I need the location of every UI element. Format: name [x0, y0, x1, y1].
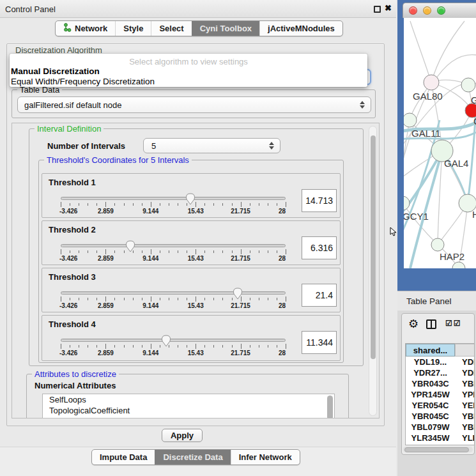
tick-mark — [142, 203, 142, 206]
column-header-n[interactable]: n — [455, 344, 475, 357]
tab-jactivemnodules[interactable]: jActiveMNodules — [259, 21, 342, 36]
network-node-gal80[interactable] — [424, 75, 439, 90]
zoom-traffic-light[interactable] — [437, 6, 445, 15]
attribute-item-selfloops[interactable]: SelfLoops — [43, 394, 334, 405]
column-header-shared[interactable]: shared... — [406, 344, 455, 357]
table-row[interactable]: YDL19...YDL1 — [406, 357, 474, 367]
slider-tick-labels: -3.4262.8599.14415.4321.71528 — [61, 302, 286, 310]
tick-mark — [160, 203, 160, 206]
content-vertical-scrollbar[interactable] — [369, 126, 377, 416]
tick-mark — [222, 298, 223, 300]
tick-mark — [79, 345, 79, 348]
tick-mark — [286, 249, 286, 254]
tick-mark — [250, 203, 250, 206]
tick-mark — [142, 345, 142, 348]
content-scrollbar-thumb[interactable] — [371, 135, 376, 359]
tick-mark — [286, 202, 286, 207]
tick-mark — [204, 345, 205, 348]
table-row[interactable]: YLR345WYLR3 — [406, 433, 474, 443]
network-canvas[interactable]: GAL80GCGAL11GAL4GCY1HHAP2 — [404, 18, 476, 268]
close-traffic-light[interactable] — [409, 6, 417, 15]
tab-discretize-data[interactable]: Discretize Data — [155, 450, 230, 464]
threshold-slider-track-3[interactable] — [61, 291, 286, 295]
columns-icon[interactable] — [426, 319, 436, 329]
network-node-gal11[interactable] — [404, 113, 417, 127]
cell-name: YDL1 — [455, 357, 475, 367]
gear-icon[interactable]: ⚙ — [408, 317, 418, 331]
tick-mark — [88, 250, 88, 253]
close-icon[interactable]: ✖ — [385, 3, 392, 13]
minimize-traffic-light[interactable] — [423, 6, 431, 15]
table-row[interactable]: YPR145WYPR1 — [406, 389, 474, 400]
node-label: GAL80 — [413, 91, 443, 102]
tab-select[interactable]: Select — [151, 21, 191, 36]
tick-mark — [196, 249, 196, 254]
threshold-slider-track-1[interactable] — [61, 197, 286, 200]
table-row[interactable]: YBL079WYBL0 — [406, 422, 474, 433]
settings-scroll-panel: Interval Definition Number of Intervals … — [12, 123, 380, 418]
threshold-value-input-3[interactable]: 21.4 — [302, 284, 337, 307]
tab-style[interactable]: Style — [115, 21, 151, 36]
tab-cyni-toolbox[interactable]: Cyni Toolbox — [192, 21, 259, 36]
threshold-value-input-1[interactable]: 14.713 — [302, 189, 337, 212]
attributes-list-scrollbar[interactable] — [327, 395, 333, 418]
attribute-item-topologicalcoefficient[interactable]: TopologicalCoefficient — [43, 405, 334, 416]
bottom-tab-bar: Impute DataDiscretize DataInfer Network — [91, 449, 300, 465]
tick-mark — [61, 344, 61, 349]
cell-name: YDR2 — [455, 367, 475, 378]
float-window-icon[interactable] — [374, 6, 381, 13]
tick-label: 2.859 — [98, 349, 114, 357]
tick-label: 2.859 — [98, 255, 114, 262]
table-data-combobox[interactable]: galFiltered.sif default node — [17, 96, 371, 113]
threshold-panel-1: Threshold 1-3.4262.8599.14415.4321.71528… — [42, 173, 341, 218]
tick-mark — [124, 203, 125, 206]
popup-option-manual[interactable]: Manual Discretization — [11, 66, 100, 76]
threshold-slider-track-4[interactable] — [61, 339, 286, 342]
tick-mark — [250, 250, 250, 253]
table-row[interactable]: YER054CYER0 — [406, 400, 474, 411]
tick-label: 15.43 — [188, 208, 204, 215]
tab-impute-data[interactable]: Impute Data — [92, 450, 155, 464]
table-hscrollbar-thumb[interactable] — [404, 447, 469, 452]
tab-network[interactable]: Network — [56, 21, 115, 36]
tick-mark — [79, 298, 79, 300]
table-row[interactable]: YBR045CYBR0 — [406, 411, 474, 422]
tick-mark — [124, 298, 125, 300]
tick-mark — [151, 202, 151, 207]
node-attribute-table: shared...n YDL19...YDL1YDR27...YDR2YBR04… — [405, 343, 475, 445]
tab-infer-network[interactable]: Infer Network — [231, 450, 300, 464]
cell-shared-name: YER054C — [406, 400, 455, 411]
threshold-slider-track-2[interactable] — [61, 244, 286, 247]
tick-label: 21.715 — [231, 349, 250, 357]
attribute-item-betweennesscentrality[interactable]: BetweennessCentrality — [43, 416, 334, 418]
popup-hint: Select algorithm to view settings — [10, 57, 367, 66]
threshold-panel-4: Threshold 4-3.4262.8599.14415.4321.71528… — [42, 315, 341, 361]
table-row[interactable]: YIL052CYIL0 — [406, 443, 474, 445]
network-node-hap2[interactable] — [431, 238, 444, 251]
network-node-gcy1[interactable] — [404, 196, 410, 210]
tick-mark — [178, 250, 178, 253]
tick-mark — [169, 203, 169, 206]
tick-mark — [213, 298, 214, 300]
number-of-intervals-spinner[interactable]: 5 — [143, 138, 280, 153]
network-icon — [63, 23, 72, 34]
tick-label: 9.144 — [142, 302, 158, 309]
apply-button[interactable]: Apply — [162, 429, 203, 442]
cell-shared-name: YDR27... — [406, 367, 455, 378]
table-horizontal-scrollbar[interactable] — [403, 447, 473, 452]
table-row[interactable]: YBR043CYBR0 — [406, 378, 474, 389]
threshold-value-input-2[interactable]: 6.316 — [302, 236, 337, 259]
popup-option-equal-width[interactable]: Equal Width/Frequency Discretization — [11, 77, 155, 86]
checkboxes-icon[interactable]: ☑☑ — [445, 319, 462, 328]
tick-mark — [241, 296, 242, 302]
table-row[interactable]: YDR27...YDR2 — [406, 367, 474, 378]
tick-mark — [259, 345, 259, 348]
network-edge — [410, 21, 431, 82]
number-of-intervals-value: 5 — [144, 141, 269, 151]
network-node-g[interactable] — [461, 78, 475, 92]
tick-mark — [286, 344, 286, 349]
interval-definition-group: Interval Definition Number of Intervals … — [29, 128, 364, 366]
threshold-value-input-4[interactable]: 11.344 — [302, 331, 337, 354]
table-panel-titlebar: Table Panel — [397, 291, 476, 311]
network-node[interactable] — [452, 262, 465, 268]
